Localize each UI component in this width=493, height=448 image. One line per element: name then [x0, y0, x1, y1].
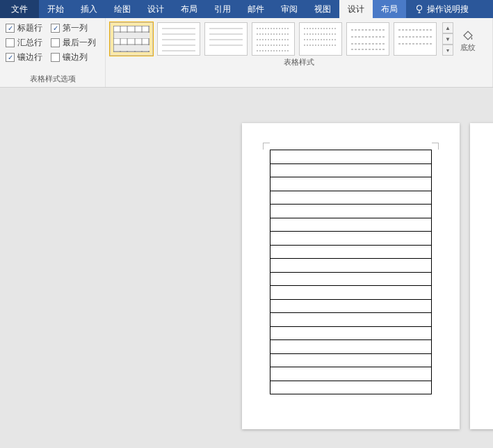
shading-button[interactable]: 底纹: [458, 26, 478, 53]
table-row[interactable]: [270, 191, 432, 205]
table-row[interactable]: [270, 259, 432, 273]
gallery-down-button[interactable]: ▼: [442, 33, 453, 45]
document-table[interactable]: [270, 150, 432, 394]
tab-table-design[interactable]: 设计: [339, 0, 373, 18]
chk-banded-rows[interactable]: ✓ 镶边行: [6, 51, 42, 63]
table-row[interactable]: [270, 353, 432, 367]
margin-marker-tl: [263, 143, 270, 150]
gallery-up-button[interactable]: ▲: [442, 22, 453, 33]
margin-marker-tr: [432, 143, 439, 150]
table-style-thumb-7[interactable]: [394, 22, 437, 56]
table-row[interactable]: [270, 232, 432, 246]
svg-point-0: [417, 6, 422, 10]
table-cell[interactable]: [270, 150, 432, 164]
table-cell[interactable]: [270, 299, 432, 313]
table-cell[interactable]: [270, 205, 432, 218]
tab-file[interactable]: 文件: [0, 0, 39, 18]
tab-design[interactable]: 设计: [139, 0, 172, 18]
table-cell[interactable]: [270, 353, 432, 367]
table-cell[interactable]: [270, 177, 432, 191]
shading-label: 底纹: [460, 42, 476, 53]
chk-label: 镶边行: [17, 51, 42, 63]
table-row[interactable]: [270, 218, 432, 232]
table-style-thumb-1[interactable]: [110, 22, 153, 56]
table-row[interactable]: [270, 286, 432, 300]
tab-view[interactable]: 视图: [306, 0, 339, 18]
ribbon-tabs: 文件 开始 插入 绘图 设计 布局 引用 邮件 审阅 视图 设计 布局 操作说明…: [0, 0, 493, 18]
table-row[interactable]: [270, 163, 432, 177]
chk-label: 第一列: [63, 22, 88, 34]
lightbulb-icon: [414, 4, 424, 14]
svg-rect-16: [114, 45, 149, 51]
tab-layout[interactable]: 布局: [172, 0, 206, 18]
chk-label: 汇总行: [17, 37, 42, 49]
chk-label: 最后一列: [63, 37, 96, 49]
paint-bucket-icon: [461, 29, 475, 42]
table-plain-icon: [161, 26, 197, 52]
table-row[interactable]: [270, 313, 432, 327]
group-style-options: ✓ 标题行 ✓ 第一列 汇总行 最后一列 ✓ 镶边行: [0, 18, 106, 87]
table-row[interactable]: [270, 367, 432, 381]
table-row[interactable]: [270, 381, 432, 394]
table-plain-icon: [350, 26, 386, 52]
checkbox-icon: ✓: [6, 24, 15, 33]
checkbox-icon: ✓: [51, 24, 60, 33]
table-cell[interactable]: [270, 340, 432, 354]
table-plain-icon: [397, 26, 433, 52]
table-cell[interactable]: [270, 163, 432, 177]
chk-label: 镶边列: [63, 51, 88, 63]
table-cell[interactable]: [270, 381, 432, 394]
table-cell[interactable]: [270, 272, 432, 286]
table-row[interactable]: [270, 150, 432, 164]
tab-review[interactable]: 审阅: [273, 0, 306, 18]
table-cell[interactable]: [270, 313, 432, 327]
checkbox-icon: ✓: [6, 53, 15, 62]
table-row[interactable]: [270, 272, 432, 286]
table-row[interactable]: [270, 299, 432, 313]
tab-mailings[interactable]: 邮件: [239, 0, 273, 18]
tab-references[interactable]: 引用: [206, 0, 239, 18]
table-row[interactable]: [270, 245, 432, 259]
gallery-scroll: ▲ ▼ ▾: [442, 22, 453, 56]
tell-me-label: 操作说明搜: [427, 3, 469, 15]
tab-draw[interactable]: 绘图: [106, 0, 139, 18]
checkbox-icon: [51, 38, 60, 47]
chk-total-row[interactable]: 汇总行: [6, 37, 42, 49]
table-cell[interactable]: [270, 232, 432, 246]
page-1[interactable]: [242, 123, 460, 429]
table-style-thumb-3[interactable]: [204, 22, 248, 56]
table-style-thumb-6[interactable]: [346, 22, 389, 56]
tab-home[interactable]: 开始: [39, 0, 72, 18]
table-cell[interactable]: [270, 367, 432, 381]
group-label-table-styles: 表格样式: [106, 56, 492, 70]
table-plain-icon: [302, 26, 339, 52]
table-row[interactable]: [270, 340, 432, 354]
table-style-thumb-4[interactable]: [252, 22, 295, 56]
table-row[interactable]: [270, 326, 432, 340]
chk-header-row[interactable]: ✓ 标题行: [6, 22, 42, 34]
table-style-thumb-5[interactable]: [299, 22, 342, 56]
table-row[interactable]: [270, 177, 432, 191]
table-style-thumb-2[interactable]: [157, 22, 200, 56]
tell-me-search[interactable]: 操作说明搜: [406, 0, 477, 18]
group-label-style-options: 表格样式选项: [0, 72, 105, 87]
gallery-more-button[interactable]: ▾: [442, 45, 453, 56]
tab-insert[interactable]: 插入: [72, 0, 106, 18]
chk-banded-columns[interactable]: 镶边列: [51, 51, 96, 63]
chk-label: 标题行: [17, 22, 42, 34]
table-plain-icon: [208, 26, 244, 52]
chk-first-column[interactable]: ✓ 第一列: [51, 22, 96, 34]
table-cell[interactable]: [270, 245, 432, 259]
table-grid-icon: [113, 26, 149, 52]
ribbon-body: ✓ 标题行 ✓ 第一列 汇总行 最后一列 ✓ 镶边行: [0, 18, 493, 88]
table-cell[interactable]: [270, 286, 432, 300]
tab-table-layout[interactable]: 布局: [373, 0, 406, 18]
page-2-edge[interactable]: [470, 123, 493, 429]
table-row[interactable]: [270, 205, 432, 218]
document-canvas[interactable]: [0, 88, 493, 448]
table-cell[interactable]: [270, 191, 432, 205]
chk-last-column[interactable]: 最后一列: [51, 37, 96, 49]
table-cell[interactable]: [270, 326, 432, 340]
table-cell[interactable]: [270, 218, 432, 232]
table-cell[interactable]: [270, 259, 432, 273]
